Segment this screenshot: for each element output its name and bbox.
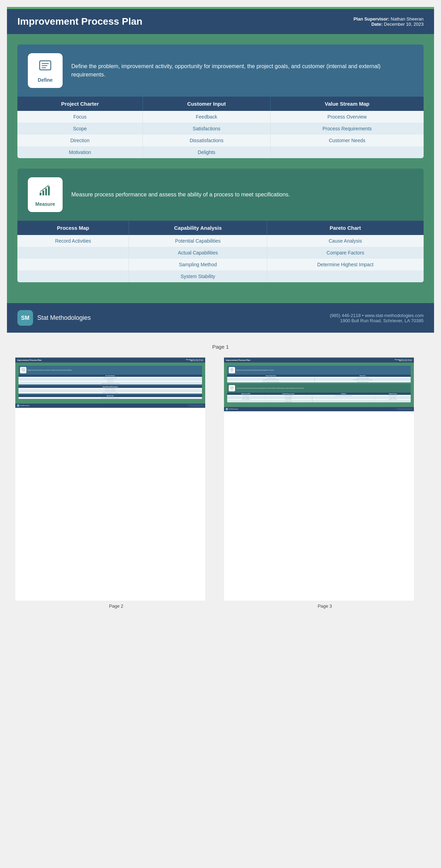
mini-root-cause-table: Root Cause Analysis Events and Causal Fa…: [18, 375, 202, 384]
mini-control-hdr: Control Control the improved process and…: [227, 384, 411, 392]
mini-control-section: Control Control the improved process and…: [227, 384, 411, 403]
page-1-label: Page 1: [7, 340, 434, 354]
mini-footer-3: SM Stat Methodologies (985) 446-2118 • w…: [224, 407, 414, 411]
define-section: Define Define the problem, improvement a…: [17, 44, 424, 158]
page-3-container: Improvement Process Plan Plan Supervisor…: [224, 357, 414, 601]
cell: [227, 400, 265, 402]
page-main: Define Define the problem, improvement a…: [7, 34, 434, 303]
define-label: Define: [38, 77, 53, 83]
cell: Document and follow through: [315, 381, 411, 382]
svg-rect-15: [231, 387, 233, 389]
footer-website: www.stat-methodologies.com: [365, 313, 424, 318]
mini-analyze-desc: Analyze the process to determine root ca…: [27, 370, 72, 371]
mini-addr-3: 1900 Bull Run Road, Schriever, LA 70395: [396, 409, 412, 410]
mini-main-2: Analyze Analyze the process to determine…: [15, 363, 205, 403]
svg-line-12: [24, 371, 25, 371]
date-label: Date:: [371, 22, 383, 27]
measure-icon-box: Measure: [28, 177, 63, 212]
mini-improve-label: Improve: [230, 371, 233, 372]
cell: Sampling Method: [129, 259, 267, 270]
cell: Delights: [143, 146, 270, 158]
table-row: Management Oversight and Risk Tree Analy…: [18, 382, 202, 384]
mini-improve-icon: Improve: [229, 367, 235, 373]
mini-header-2: Improvement Process Plan Plan Supervisor…: [15, 357, 205, 363]
svg-rect-4: [40, 193, 41, 195]
cell: Cause Analysis: [267, 235, 424, 247]
page-1: Improvement Process Plan Plan Supervisor…: [7, 7, 434, 333]
table-row: Determine Consequences of All Failures: [18, 392, 202, 394]
cell: Motivation: [17, 146, 143, 158]
table-row: Actual Capabilities Compare Factors: [17, 247, 424, 259]
cell: [312, 400, 375, 402]
table-row: Scope Satisfactions Process Requirements: [17, 123, 424, 135]
col-process-map: Process Map: [17, 221, 129, 235]
cell: Customer Needs: [270, 135, 424, 146]
table-row: Focus Feedback Process Overview: [17, 111, 424, 123]
define-header: Define Define the problem, improvement a…: [17, 44, 424, 97]
footer-contact: (985) 446-2118 • www.stat-methodologies.…: [330, 313, 424, 323]
table-row: Design experiment to give optimized insi…: [227, 381, 411, 382]
col-capability-analysis: Capability Analysis: [129, 221, 267, 235]
table-row: System Stability: [17, 270, 424, 282]
cell: Satisfactions: [143, 123, 270, 135]
cell: Determine Highest Impact: [267, 259, 424, 270]
mini-brand-3: SM Stat Methodologies: [226, 408, 238, 410]
mini-contact-2: (985) 446-2118 • www.stat-methodologies.…: [187, 405, 203, 406]
footer-brand-name: Stat Methodologies: [37, 314, 91, 322]
cell: [375, 400, 411, 402]
supervisor-label: Plan Supervisor:: [353, 16, 389, 22]
cell: Detect and assess types of variation in …: [18, 397, 202, 399]
mini-addr-2: 1900 Bull Run Road, Schriever, LA 70395: [187, 406, 203, 407]
col-customer-input: Customer Input: [143, 97, 270, 111]
measure-header: Measure Measure process performance and …: [17, 169, 424, 221]
mini-control-table: Quality Control Plan Statistical Process…: [227, 392, 411, 402]
svg-rect-7: [48, 186, 50, 195]
mini-analyze-label: Analyze: [22, 371, 25, 372]
cell: System Stability: [265, 400, 312, 402]
footer-logo: SM: [17, 310, 33, 326]
header-meta: Plan Supervisor: Nathan Sheeran Date: De…: [353, 16, 424, 27]
mini-date-val-3: December 10, 2023: [402, 360, 412, 361]
mini-logo-3: SM: [226, 408, 228, 410]
mini-date-val: December 10, 2023: [194, 360, 203, 361]
mini-multivari-table: Multi-Vari Chart Detect and assess types…: [18, 395, 202, 399]
define-table: Project Charter Customer Input Value Str…: [17, 97, 424, 158]
mini-analyze-section: Analyze Analyze the process to determine…: [18, 366, 202, 399]
cell: Direction: [17, 135, 143, 146]
mini-title-3: Improvement Process Plan: [226, 359, 250, 361]
footer-address: 1900 Bull Run Road, Schriever, LA 70395: [330, 318, 424, 323]
cell: Scope: [17, 123, 143, 135]
svg-rect-6: [45, 188, 47, 195]
page-3-thumbnail-wrapper: Improvement Process Plan Plan Supervisor…: [224, 357, 426, 611]
thumbnails-row: Improvement Process Plan Plan Supervisor…: [7, 354, 434, 618]
measure-table: Process Map Capability Analysis Pareto C…: [17, 221, 424, 282]
page-footer: SM Stat Methodologies (985) 446-2118 • w…: [7, 303, 434, 333]
page-2-content: Improvement Process Plan Plan Supervisor…: [15, 357, 205, 408]
measure-description: Measure process performance and assess t…: [71, 190, 290, 199]
supervisor-name: Nathan Sheeran: [391, 16, 424, 22]
cell: Feedback: [143, 111, 270, 123]
measure-label: Measure: [35, 201, 55, 207]
cell: System Stability: [129, 270, 267, 282]
mini-footer-2: SM Stat Methodologies (985) 446-2118 • w…: [15, 403, 205, 408]
table-row: Detect and assess types of variation in …: [18, 397, 202, 399]
table-row: Record Activities Potential Capabilities…: [17, 235, 424, 247]
mini-title-2: Improvement Process Plan: [17, 359, 41, 361]
measure-section: Measure Measure process performance and …: [17, 169, 424, 282]
mini-meta-2: Plan Supervisor: Nathan Sheeran Date: De…: [186, 359, 203, 361]
cell: Management Oversight and Risk Tree Analy…: [18, 382, 202, 384]
mini-analyze-hdr: Analyze Analyze the process to determine…: [18, 366, 202, 374]
mini-control-icon: Control: [229, 385, 235, 391]
mini-improve-hdr: Improve Improve process performance by a…: [227, 366, 411, 374]
svg-point-11: [23, 370, 24, 371]
mini-logo-2: SM: [17, 404, 19, 407]
cell: Design experiment to give optimized insi…: [227, 381, 314, 382]
mini-date-label-3: Date:: [399, 360, 402, 361]
page-2-thumbnail-wrapper: Improvement Process Plan Plan Supervisor…: [15, 357, 217, 611]
svg-rect-5: [42, 190, 44, 195]
cell: Process Requirements: [270, 123, 424, 135]
table-row: Sampling Method Determine Highest Impact: [17, 259, 424, 270]
col-project-charter: Project Charter: [17, 97, 143, 111]
define-description: Define the problem, improvement activity…: [71, 62, 413, 79]
cell: [17, 247, 129, 259]
